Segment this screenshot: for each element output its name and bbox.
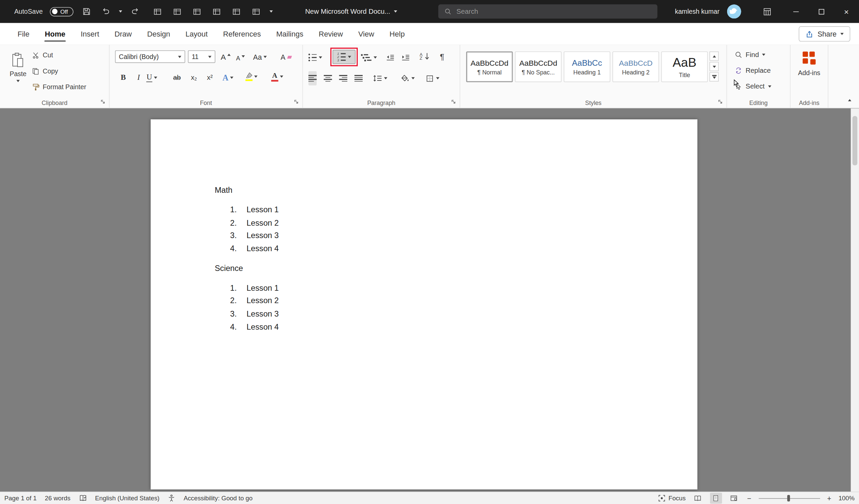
decrease-indent-button[interactable] — [386, 50, 394, 64]
strikethrough-button[interactable]: ab — [171, 71, 183, 84]
maximize-button[interactable] — [809, 0, 834, 23]
undo-dropdown-button[interactable] — [119, 11, 122, 13]
vertical-scrollbar[interactable] — [851, 108, 859, 492]
subscript-button[interactable]: x₂ — [188, 71, 200, 84]
styles-gallery-more-button[interactable] — [709, 73, 719, 82]
find-button[interactable]: Find — [735, 48, 765, 61]
tab-home[interactable]: Home — [37, 23, 73, 45]
cut-button[interactable]: Cut — [32, 49, 53, 61]
style-no-spacing[interactable]: AaBbCcDd ¶ No Spac... — [515, 51, 562, 82]
tab-references[interactable]: References — [215, 23, 269, 45]
tab-help[interactable]: Help — [382, 23, 412, 45]
tab-view[interactable]: View — [351, 23, 382, 45]
zoom-in-button[interactable]: + — [826, 494, 832, 502]
style-heading-1[interactable]: AaBbCc Heading 1 — [564, 51, 611, 82]
align-center-button[interactable] — [324, 71, 332, 85]
minimize-button[interactable] — [784, 0, 809, 23]
tab-design[interactable]: Design — [140, 23, 178, 45]
search-input[interactable] — [456, 8, 651, 15]
text-effects-button[interactable]: A — [222, 71, 234, 84]
read-mode-button[interactable] — [692, 493, 704, 504]
redo-button[interactable] — [129, 4, 141, 18]
bold-button[interactable]: B — [117, 71, 129, 84]
language-status[interactable]: English (United States) — [95, 495, 160, 502]
align-left-button[interactable] — [308, 71, 316, 85]
zoom-percentage[interactable]: 100% — [839, 495, 855, 502]
user-name[interactable]: kamlesh kumar — [675, 8, 719, 15]
paragraph-dialog-launcher[interactable] — [450, 98, 457, 106]
clear-formatting-button[interactable]: A — [280, 50, 292, 63]
slider-thumb[interactable] — [787, 495, 789, 502]
copy-button[interactable]: Copy — [32, 65, 58, 77]
qat-button-5[interactable] — [230, 4, 243, 18]
tab-review[interactable]: Review — [311, 23, 351, 45]
borders-button[interactable] — [426, 71, 440, 85]
tab-file[interactable]: File — [10, 23, 37, 45]
zoom-slider[interactable] — [759, 494, 820, 502]
qat-button-2[interactable] — [171, 4, 183, 18]
underline-button[interactable]: U — [146, 71, 158, 84]
text-highlight-button[interactable] — [245, 70, 257, 83]
ribbon-display-options-button[interactable] — [763, 0, 772, 23]
change-case-button[interactable]: Aa — [253, 50, 267, 63]
web-layout-button[interactable] — [728, 493, 740, 504]
zoom-out-button[interactable]: − — [746, 494, 753, 502]
qat-more-commands-button[interactable] — [269, 11, 273, 13]
print-layout-button[interactable] — [710, 493, 722, 504]
superscript-button[interactable]: x² — [204, 71, 216, 84]
line-spacing-button[interactable] — [373, 71, 387, 85]
replace-button[interactable]: Replace — [735, 64, 771, 77]
increase-indent-button[interactable] — [402, 50, 410, 64]
bullets-button[interactable] — [308, 50, 322, 64]
addins-button[interactable]: Add-ins — [790, 50, 828, 77]
close-button[interactable]: × — [834, 0, 859, 23]
document-page[interactable]: Math 1.Lesson 1 2.Lesson 2 3.Lesson 3 4.… — [151, 120, 697, 490]
style-heading-2[interactable]: AaBbCcD Heading 2 — [612, 51, 659, 82]
font-dialog-launcher[interactable] — [292, 98, 300, 106]
search-box[interactable] — [438, 4, 657, 18]
clipboard-dialog-launcher[interactable] — [99, 98, 107, 106]
document-title-dropdown[interactable]: New Microsoft Word Docu... — [305, 0, 397, 23]
tab-mailings[interactable]: Mailings — [269, 23, 311, 45]
tab-layout[interactable]: Layout — [178, 23, 215, 45]
font-name-combo[interactable]: Calibri (Body) — [115, 50, 185, 63]
show-hide-paragraph-button[interactable]: ¶ — [440, 49, 444, 63]
qat-button-6[interactable] — [250, 4, 262, 18]
word-count-status[interactable]: 26 words — [45, 495, 71, 502]
share-button[interactable]: Share — [799, 26, 850, 42]
multilevel-list-button[interactable] — [361, 50, 377, 64]
numbering-button[interactable]: 1 2 3 — [333, 50, 356, 64]
tab-insert[interactable]: Insert — [73, 23, 107, 45]
save-button[interactable] — [80, 4, 93, 18]
styles-dialog-launcher[interactable] — [717, 98, 724, 106]
format-painter-button[interactable]: Format Painter — [32, 81, 86, 93]
tab-draw[interactable]: Draw — [107, 23, 139, 45]
paste-button[interactable]: Paste — [5, 48, 31, 99]
styles-scroll-down-button[interactable] — [709, 62, 719, 71]
sort-button[interactable]: AZ — [420, 49, 430, 63]
italic-button[interactable]: I — [133, 71, 145, 84]
font-size-combo[interactable]: 11 — [188, 50, 215, 63]
undo-button[interactable] — [100, 4, 112, 18]
shrink-font-button[interactable]: A — [235, 51, 247, 64]
accessibility-checker-button[interactable] — [168, 494, 176, 502]
qat-button-1[interactable] — [152, 4, 164, 18]
user-avatar[interactable] — [727, 4, 741, 18]
scrollbar-thumb[interactable] — [852, 116, 857, 165]
proofing-check-button[interactable] — [78, 494, 87, 502]
qat-button-4[interactable] — [211, 4, 223, 18]
autosave-toggle[interactable]: Off — [50, 7, 74, 16]
style-normal[interactable]: AaBbCcDd ¶ Normal — [466, 51, 513, 82]
justify-button[interactable] — [355, 71, 362, 85]
font-color-button[interactable]: A — [271, 70, 283, 83]
shading-button[interactable] — [400, 71, 415, 85]
collapse-ribbon-button[interactable] — [848, 94, 851, 103]
qat-button-3[interactable] — [191, 4, 204, 18]
style-title[interactable]: AaB Title — [661, 51, 708, 82]
page-number-status[interactable]: Page 1 of 1 — [4, 495, 36, 502]
align-right-button[interactable] — [339, 71, 347, 85]
styles-scroll-up-button[interactable] — [709, 51, 719, 61]
grow-font-button[interactable]: A — [220, 50, 232, 63]
focus-mode-button[interactable]: Focus — [658, 494, 685, 502]
accessibility-status[interactable]: Accessibility: Good to go — [183, 495, 253, 502]
